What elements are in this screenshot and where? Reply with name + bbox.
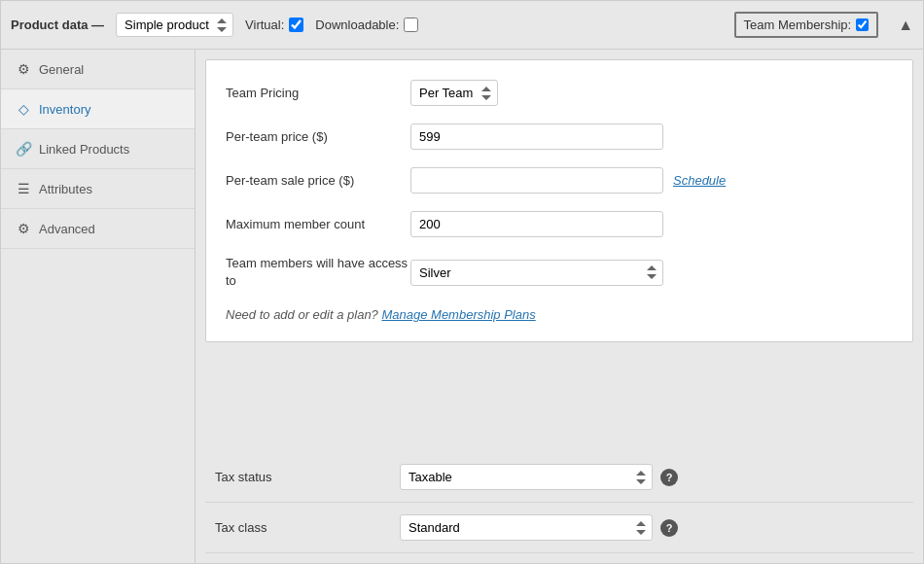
- tax-class-row: Tax class Standard Reduced rate Zero rat…: [205, 503, 913, 553]
- tax-status-label: Tax status: [215, 470, 400, 484]
- tax-section: Tax status Taxable Shipping only None ? …: [205, 452, 913, 553]
- sidebar-item-inventory-label: Inventory: [39, 102, 90, 117]
- per-team-sale-price-label: Per-team sale price ($): [226, 173, 410, 188]
- manage-plans-row: Need to add or edit a plan? Manage Membe…: [226, 307, 883, 322]
- sidebar: ⚙ General ◇ Inventory 🔗 Linked Products …: [1, 50, 195, 563]
- max-member-count-input[interactable]: [410, 211, 663, 237]
- product-data-wrapper: Product data — Simple product Virtual: D…: [0, 0, 924, 564]
- team-membership-group: Team Membership:: [734, 12, 879, 38]
- team-pricing-select[interactable]: Per Team Per Seat: [410, 80, 498, 106]
- sidebar-item-attributes[interactable]: ☰ Attributes: [1, 169, 195, 209]
- tax-class-label: Tax class: [215, 520, 400, 535]
- inventory-icon: ◇: [16, 101, 31, 117]
- sidebar-item-advanced[interactable]: ⚙ Advanced: [1, 209, 195, 249]
- collapse-button[interactable]: ▲: [898, 17, 913, 34]
- virtual-checkbox[interactable]: [289, 18, 303, 32]
- sidebar-item-general-label: General: [39, 62, 84, 77]
- linked-products-icon: 🔗: [16, 141, 31, 157]
- max-member-count-label: Maximum member count: [226, 217, 410, 231]
- schedule-link[interactable]: Schedule: [673, 173, 726, 188]
- per-team-price-label: Per-team price ($): [226, 129, 410, 144]
- team-members-row: Team members will have access to Silver …: [226, 255, 883, 290]
- main-panel: Team Pricing Per Team Per Seat Per-team …: [195, 50, 923, 563]
- team-pricing-row: Team Pricing Per Team Per Seat: [226, 80, 883, 106]
- sidebar-item-linked-products-label: Linked Products: [39, 142, 129, 157]
- team-members-label: Team members will have access to: [226, 255, 410, 290]
- tax-status-wrapper: Taxable Shipping only None ?: [400, 464, 678, 490]
- sidebar-item-attributes-label: Attributes: [39, 182, 92, 196]
- tax-status-select[interactable]: Taxable Shipping only None: [400, 464, 653, 490]
- product-data-body: ⚙ General ◇ Inventory 🔗 Linked Products …: [0, 49, 924, 564]
- tax-status-help-icon[interactable]: ?: [660, 469, 678, 486]
- tax-class-help-icon[interactable]: ?: [660, 519, 678, 537]
- tax-class-wrapper: Standard Reduced rate Zero rate ?: [400, 514, 678, 541]
- per-team-price-row: Per-team price ($): [226, 123, 883, 150]
- advanced-icon: ⚙: [16, 221, 31, 236]
- manage-plans-text: Need to add or edit a plan?: [226, 307, 378, 322]
- virtual-checkbox-group: Virtual:: [245, 18, 303, 32]
- max-member-count-row: Maximum member count: [226, 211, 883, 237]
- product-data-header: Product data — Simple product Virtual: D…: [0, 0, 924, 49]
- team-membership-checkbox[interactable]: [856, 18, 869, 31]
- general-icon: ⚙: [16, 61, 31, 77]
- per-team-price-input[interactable]: [410, 123, 663, 150]
- product-type-select[interactable]: Simple product: [116, 13, 233, 37]
- team-pricing-label: Team Pricing: [226, 86, 410, 100]
- sidebar-item-inventory[interactable]: ◇ Inventory: [1, 89, 195, 129]
- manage-membership-plans-link[interactable]: Manage Membership Plans: [381, 307, 535, 322]
- team-membership-label: Team Membership:: [744, 18, 852, 32]
- per-team-sale-price-row: Per-team sale price ($) Schedule: [226, 167, 883, 194]
- sidebar-item-linked-products[interactable]: 🔗 Linked Products: [1, 129, 195, 169]
- downloadable-checkbox[interactable]: [404, 18, 418, 32]
- virtual-label: Virtual:: [245, 18, 284, 32]
- tax-status-row: Tax status Taxable Shipping only None ?: [205, 452, 913, 503]
- team-members-select[interactable]: Silver Gold Bronze: [410, 260, 663, 286]
- tax-class-select[interactable]: Standard Reduced rate Zero rate: [400, 514, 653, 541]
- per-team-sale-price-input[interactable]: [410, 167, 663, 194]
- team-membership-panel: Team Pricing Per Team Per Seat Per-team …: [205, 59, 913, 342]
- sidebar-item-general[interactable]: ⚙ General: [1, 50, 195, 89]
- sidebar-item-advanced-label: Advanced: [39, 222, 95, 236]
- attributes-icon: ☰: [16, 181, 31, 196]
- downloadable-label: Downloadable:: [315, 18, 399, 32]
- downloadable-checkbox-group: Downloadable:: [315, 18, 418, 32]
- product-data-label: Product data —: [11, 18, 104, 32]
